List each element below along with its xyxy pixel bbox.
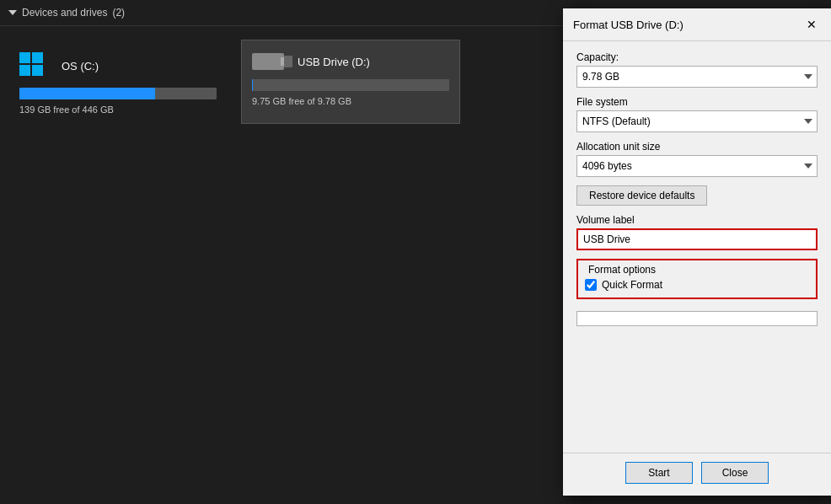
allocation-label: Allocation unit size [576, 141, 818, 153]
restore-defaults-button[interactable]: Restore device defaults [576, 185, 707, 206]
os-drive-icon [19, 49, 53, 83]
capacity-select[interactable]: 9.78 GB [576, 66, 818, 88]
capacity-field: Capacity: 9.78 GB [576, 51, 818, 88]
usb-drive-icon [252, 49, 289, 74]
dialog-footer: Start Close [563, 453, 831, 496]
quick-format-checkbox[interactable] [585, 279, 597, 291]
drive-card-os[interactable]: OS (C:) 139 GB free of 446 GB [8, 40, 228, 124]
dialog-close-button[interactable]: ✕ [802, 15, 821, 34]
dialog-body: Capacity: 9.78 GB File system NTFS (Defa… [563, 41, 831, 453]
filesystem-select-wrapper: NTFS (Default) FAT32 exFAT [576, 110, 818, 132]
dialog-titlebar: Format USB Drive (D:) ✕ [563, 8, 831, 41]
format-progress-area [576, 311, 818, 326]
quick-format-label[interactable]: Quick Format [602, 279, 662, 291]
restore-wrapper: Restore device defaults [576, 185, 818, 206]
volume-label-field: Volume label [576, 214, 818, 250]
dialog-title: Format USB Drive (D:) [573, 19, 684, 31]
usb-drive-label: USB Drive (D:) [298, 56, 370, 68]
filesystem-field: File system NTFS (Default) FAT32 exFAT [576, 96, 818, 132]
os-drive-progress-fill [19, 88, 155, 99]
usb-drive-info: 9.75 GB free of 9.78 GB [252, 96, 449, 106]
os-drive-info: 139 GB free of 446 GB [19, 105, 217, 115]
volume-label-text: Volume label [576, 214, 818, 226]
allocation-select[interactable]: 4096 bytes 512 bytes 1024 bytes 2048 byt… [576, 155, 818, 177]
chevron-down-icon [8, 10, 17, 15]
usb-drive-progress-bg [252, 79, 449, 91]
allocation-field: Allocation unit size 4096 bytes 512 byte… [576, 141, 818, 177]
format-progress-bar [576, 311, 818, 326]
start-button[interactable]: Start [625, 462, 693, 484]
quick-format-row: Quick Format [585, 279, 809, 291]
drive-top-usb: USB Drive (D:) [252, 49, 449, 74]
usb-drive-progress-fill [252, 79, 253, 91]
format-options-legend: Format options [585, 264, 809, 276]
section-count: (2) [112, 7, 125, 19]
os-drive-label: OS (C:) [62, 60, 99, 72]
format-dialog: Format USB Drive (D:) ✕ Capacity: 9.78 G… [563, 8, 831, 496]
section-title: Devices and drives [22, 7, 107, 19]
format-options-group: Format options Quick Format [576, 259, 818, 299]
capacity-label: Capacity: [576, 51, 818, 63]
allocation-select-wrapper: 4096 bytes 512 bytes 1024 bytes 2048 byt… [576, 155, 818, 177]
drive-card-usb[interactable]: USB Drive (D:) 9.75 GB free of 9.78 GB [241, 40, 460, 124]
drive-top-os: OS (C:) [19, 49, 217, 83]
filesystem-label: File system [576, 96, 818, 108]
close-button[interactable]: Close [701, 462, 769, 484]
os-drive-progress-bg [19, 88, 217, 99]
capacity-select-wrapper: 9.78 GB [576, 66, 818, 88]
volume-label-input[interactable] [576, 228, 818, 250]
filesystem-select[interactable]: NTFS (Default) FAT32 exFAT [576, 110, 818, 132]
